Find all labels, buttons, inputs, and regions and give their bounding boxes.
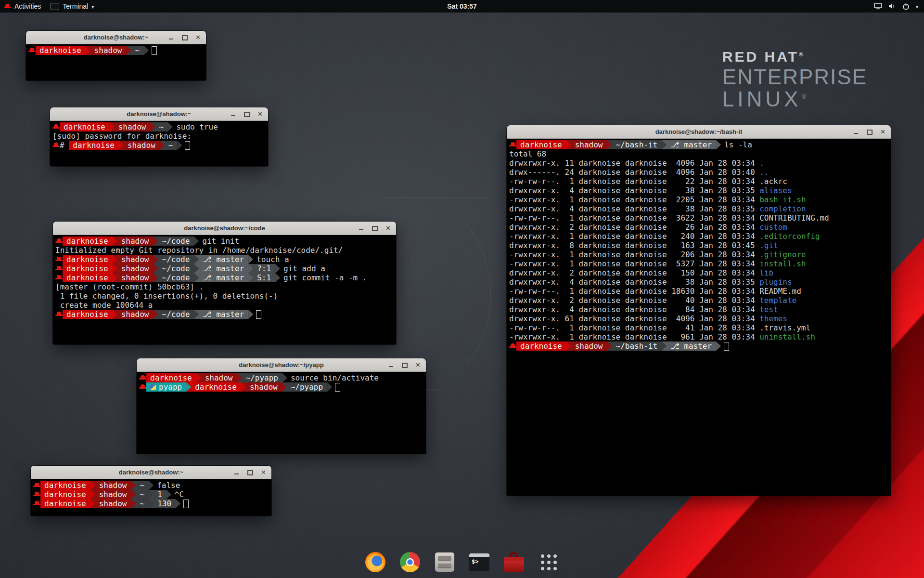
terminal-line: -rwxrwxr-x. 1 darknoise darknoise 5327 J… [509, 259, 888, 268]
powerline-arrow [282, 382, 287, 392]
maximize-button[interactable] [246, 469, 254, 476]
terminal-window-exitcodes[interactable]: darknoise@shadow:~darknoiseshadow~falsed… [31, 466, 271, 516]
prompt-segment: shadow [115, 122, 151, 131]
dock-toolbox-icon[interactable] [503, 551, 525, 573]
close-button[interactable] [260, 469, 267, 476]
terminal-window-code[interactable]: darknoise@shadow:~/codedarknoiseshadow~/… [53, 222, 396, 344]
terminal-text: README.md [759, 287, 801, 296]
close-button[interactable] [385, 224, 392, 232]
powerline-arrow [566, 342, 571, 351]
terminal-text: sudo true [176, 122, 218, 131]
terminal-text: themes [759, 314, 787, 323]
terminal-window-home-1[interactable]: darknoise@shadow:~darknoiseshadow~ [26, 31, 206, 80]
window-titlebar[interactable]: darknoise@shadow:~/code [53, 222, 396, 235]
minimize-button[interactable] [852, 128, 860, 135]
minimize-button[interactable] [358, 224, 365, 232]
terminal-text: .ackrc [759, 177, 787, 186]
powerline-arrow [607, 140, 612, 149]
terminal-text: drwxrwxr-x. 2 darknoise darknoise 40 Jan… [509, 296, 759, 305]
powerline-arrow [113, 273, 117, 282]
prompt-segment: shadow [246, 382, 282, 392]
window-titlebar[interactable]: darknoise@shadow:~ [50, 107, 268, 121]
window-title: darknoise@shadow:~/pyapp [239, 361, 323, 368]
terminal-content[interactable]: darknoiseshadow~sudo true[sudo] password… [50, 121, 268, 151]
terminal-line: -rw-rw-r--. 1 darknoise darknoise 22 Jan… [509, 177, 888, 186]
window-titlebar[interactable]: darknoise@shadow:~ [31, 466, 271, 479]
terminal-content[interactable]: darknoiseshadow~falsedarknoiseshadow~1^C… [31, 479, 271, 510]
redhat-prompt-icon [52, 124, 60, 130]
terminal-window-sudo[interactable]: darknoise@shadow:~darknoiseshadow~sudo t… [50, 107, 268, 166]
terminal-text: -rw-rw-r--. 1 darknoise darknoise 3622 J… [509, 213, 759, 223]
powerline-arrow [144, 46, 149, 55]
powerline-arrow [176, 499, 180, 508]
window-titlebar[interactable]: darknoise@shadow:~/pyapp [137, 358, 426, 372]
powerline-arrow [248, 255, 253, 264]
prompt-segment: ~ [165, 141, 178, 150]
activities-label: Activities [14, 2, 41, 10]
maximize-button[interactable] [401, 361, 408, 368]
toolbox-icon [504, 557, 524, 572]
prompt-segment: darknoise [516, 342, 566, 351]
terminal-text: .editorconfig [759, 232, 820, 241]
system-status-area[interactable] [874, 2, 924, 10]
prompt-segment: shadow [95, 499, 131, 508]
maximize-button[interactable] [371, 224, 378, 232]
terminal-line: # darknoiseshadow~ [52, 141, 266, 150]
window-titlebar[interactable]: darknoise@shadow:~ [26, 31, 206, 44]
terminal-window-pyapp[interactable]: darknoise@shadow:~/pyappdarknoiseshadow~… [137, 358, 426, 454]
redhat-prompt-icon [55, 275, 63, 281]
terminal-text: git commit -a -m . [283, 273, 367, 282]
close-button[interactable] [879, 128, 886, 135]
powerline-arrow [566, 140, 571, 149]
dock-firefox-icon[interactable] [364, 551, 386, 573]
terminal-content[interactable]: darknoiseshadow~/codegit initInitialized… [53, 235, 396, 320]
maximize-button[interactable] [866, 128, 873, 135]
powerline-arrow [110, 122, 115, 131]
terminal-text: lib [759, 268, 773, 277]
terminal-content[interactable]: darknoiseshadow~/bash-it⎇ masterls -lato… [507, 139, 891, 352]
dock-chrome-icon[interactable] [399, 551, 421, 573]
terminal-text: test [759, 305, 778, 314]
terminal-cursor [724, 342, 729, 351]
prompt-segment: ?:1 [253, 264, 275, 273]
terminal-line: drwxrwxr-x. 4 darknoise darknoise 84 Jan… [509, 305, 888, 314]
activities-button[interactable]: Activities [4, 0, 41, 13]
prompt-segment: 130 [154, 499, 176, 508]
terminal-text: -rwxrwxr-x. 1 darknoise darknoise 2205 J… [509, 195, 759, 204]
minimize-button[interactable] [230, 110, 237, 118]
minimize-button[interactable] [387, 361, 395, 368]
terminal-content[interactable]: darknoiseshadow~/pyappsource bin/activat… [137, 372, 426, 393]
terminal-line: darknoiseshadow~false [33, 481, 269, 490]
terminal-line: drwxrwxr-x. 61 darknoise darknoise 4096 … [509, 314, 888, 323]
minimize-button[interactable] [167, 34, 175, 41]
dock-app-grid-icon[interactable] [538, 551, 560, 573]
app-menu-terminal[interactable]: Terminal [51, 0, 94, 13]
terminal-line: drwxrwxr-x. 4 darknoise darknoise 38 Jan… [509, 277, 888, 287]
prompt-segment: 1 [154, 490, 167, 499]
terminal-text: git init [202, 236, 239, 246]
maximize-button[interactable] [181, 34, 188, 41]
terminal-window-bashit[interactable]: darknoise@shadow:~/bash-itdarknoiseshado… [507, 125, 891, 496]
prompt-segment: darknoise [69, 141, 119, 150]
redhat-prompt-icon [509, 142, 516, 148]
terminal-content[interactable]: darknoiseshadow~ [26, 44, 206, 56]
dock-files-icon[interactable] [434, 551, 456, 573]
powerline-arrow [119, 141, 124, 150]
terminal-line: darknoiseshadow~ [28, 46, 204, 55]
terminal-line: -rwxrwxr-x. 1 darknoise darknoise 206 Ja… [509, 250, 888, 259]
dock-terminal-icon[interactable]: $> [468, 551, 490, 573]
powerline-arrow [86, 46, 90, 55]
prompt-segment: ~ [136, 499, 149, 508]
minimize-button[interactable] [233, 469, 240, 476]
close-button[interactable] [414, 361, 422, 368]
maximize-button[interactable] [243, 110, 250, 118]
window-titlebar[interactable]: darknoise@shadow:~/bash-it [507, 125, 891, 139]
terminal-cursor [335, 383, 340, 392]
terminal-line: darknoiseshadow~/bash-it⎇ masterls -la [509, 140, 888, 149]
close-button[interactable] [257, 110, 264, 118]
clock[interactable]: Sat 03:57 [447, 2, 476, 10]
close-button[interactable] [194, 34, 202, 41]
terminal-text: custom [759, 223, 787, 232]
powerline-arrow [168, 122, 173, 131]
terminal-text: total 68 [509, 149, 546, 158]
